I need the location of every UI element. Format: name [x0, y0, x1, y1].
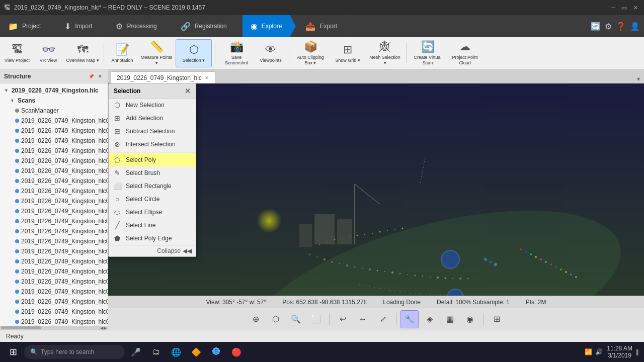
auto-clipping-btn[interactable]: 📦 Auto Clipping Box ▾: [292, 39, 329, 67]
tab-chevron[interactable]: ▾: [635, 74, 642, 83]
tree-scan-021[interactable]: 2019_0226_0749_Kingston_hlc021: [0, 317, 108, 326]
sel-select-rectangle[interactable]: ⬜ Select Rectangle: [109, 179, 196, 193]
bt-object-view[interactable]: ◉: [461, 310, 479, 328]
file-root[interactable]: ▼ 2019_0226_0749_Kingston.hlc: [0, 85, 108, 96]
network-icon[interactable]: 📶: [585, 348, 592, 355]
show-desktop[interactable]: ▌: [636, 349, 640, 355]
bt-pan[interactable]: ↔: [354, 310, 372, 328]
tree-scan-006[interactable]: 2019_0226_0749_Kingston_hlc006: [0, 166, 108, 176]
tree-scan-014[interactable]: 2019_0226_0749_Kingston_hlc014: [0, 246, 108, 256]
restore-btn[interactable]: ▭: [620, 3, 629, 12]
close-btn[interactable]: ✕: [631, 3, 640, 12]
settings-icon[interactable]: ⚙: [605, 22, 612, 31]
taskbar-app2[interactable]: 🅢: [207, 343, 225, 361]
viewport-3d[interactable]: X Y Z Selection ✕ ⬡ New: [108, 83, 644, 308]
save-screenshot-btn[interactable]: 📸 Save Screenshot: [218, 39, 255, 67]
minimize-btn[interactable]: ─: [609, 3, 618, 12]
workflow-registration[interactable]: 🔗 Registration: [173, 15, 235, 37]
tree-scan-005[interactable]: 2019_0226_0749_Kingston_hlc005: [0, 156, 108, 166]
bt-orbit[interactable]: ↩: [334, 310, 352, 328]
create-virtual-scan-label: Create Virtual Scan: [411, 55, 444, 66]
bt-select-mode[interactable]: ⬡: [267, 310, 285, 328]
bt-snap[interactable]: 🔧: [400, 310, 419, 328]
bt-move[interactable]: ⤢: [374, 310, 392, 328]
tree-scan-012[interactable]: 2019_0226_0749_Kingston_hlc012: [0, 226, 108, 236]
selection-btn[interactable]: ⬡ Selection ▾: [176, 39, 212, 67]
user-icon[interactable]: 👤: [630, 22, 640, 31]
tree-scan-010[interactable]: 2019_0226_0749_Kingston_hlc010: [0, 206, 108, 216]
sel-intersect-selection[interactable]: ⊗ Intersect Selection: [109, 138, 196, 151]
overview-map-btn[interactable]: 🗺 Overview Map ▾: [64, 39, 101, 67]
tree-scan-020[interactable]: 2019_0226_0749_Kingston_hlc020: [0, 307, 108, 317]
system-clock[interactable]: 11:28 AM 3/1/2019: [607, 345, 632, 359]
tab-close-btn[interactable]: ✕: [205, 75, 209, 80]
taskbar-mic[interactable]: 🎤: [131, 347, 141, 357]
workflow-explore[interactable]: ◉ Explore: [243, 15, 291, 37]
scan-manager[interactable]: ScanManager: [0, 106, 108, 116]
taskbar-app1[interactable]: 🔶: [187, 343, 205, 361]
bt-navigate[interactable]: ⊕: [247, 310, 265, 328]
tree-scan-004[interactable]: 2019_0226_0749_Kingston_hlc004: [0, 146, 108, 156]
start-button[interactable]: ⊞: [4, 343, 22, 361]
sel-select-poly[interactable]: ⬠ Select Poly: [109, 153, 196, 166]
sel-subtract-selection[interactable]: ⊟ Subtract Selection: [109, 125, 196, 138]
scans-group[interactable]: ▼ Scans: [0, 96, 108, 106]
taskbar-app3[interactable]: 🔴: [227, 343, 246, 361]
viewpoints-btn[interactable]: 👁 Viewpoints: [256, 39, 286, 67]
sel-add-selection[interactable]: ⊞ Add Selection: [109, 112, 196, 125]
bt-layout[interactable]: ⊞: [488, 310, 506, 328]
search-box[interactable]: 🔍 Type here to search: [24, 345, 125, 359]
tree-scan-013[interactable]: 2019_0226_0749_Kingston_hlc013: [0, 236, 108, 246]
tree-scan-011[interactable]: 2019_0226_0749_Kingston_hlc011: [0, 216, 108, 226]
tree-scan-015[interactable]: 2019_0226_0749_Kingston_hlc015: [0, 256, 108, 266]
annotation-btn[interactable]: 📝 Annotation: [107, 39, 137, 67]
scroll-right[interactable]: ▶: [104, 326, 107, 330]
sel-select-ellipse[interactable]: ⬭ Select Ellipse: [109, 206, 196, 219]
tree-scan-016[interactable]: 2019_0226_0749_Kingston_hlc016: [0, 266, 108, 277]
panel-close-btn[interactable]: ✕: [97, 73, 104, 80]
refresh-icon[interactable]: 🔄: [591, 22, 601, 31]
mesh-selection-icon: 🕸: [379, 40, 390, 53]
bt-zoom[interactable]: 🔍: [287, 310, 305, 328]
svg-point-11: [387, 230, 388, 231]
sel-collapse-btn[interactable]: Collapse ◀◀: [109, 245, 196, 256]
measure-points-btn[interactable]: 📏 Measure Points ▾: [138, 39, 175, 67]
workflow-project[interactable]: 📁 Project: [0, 15, 49, 37]
bt-cut[interactable]: ◈: [421, 310, 439, 328]
bt-select-box[interactable]: ⬜: [307, 310, 325, 328]
workflow-processing[interactable]: ⚙ Processing: [108, 15, 165, 37]
volume-icon[interactable]: 🔊: [595, 348, 603, 355]
sel-select-line[interactable]: ╱ Select Line: [109, 219, 196, 232]
sel-select-brush[interactable]: ✎ Select Brush: [109, 166, 196, 179]
taskbar-browser[interactable]: 🌐: [167, 343, 185, 361]
scroll-left[interactable]: ◀: [100, 326, 103, 330]
tree-scan-001[interactable]: 2019_0226_0749_Kingston_hlc001: [0, 116, 108, 126]
workflow-import[interactable]: ⬇ Import: [56, 15, 101, 37]
sel-select-circle[interactable]: ○ Select Circle: [109, 193, 196, 206]
taskbar-file-explorer[interactable]: 🗂: [147, 343, 165, 361]
h-scroll-thumb[interactable]: [1, 326, 41, 329]
create-virtual-scan-btn[interactable]: 🔄 Create Virtual Scan: [410, 39, 446, 67]
h-scrollbar[interactable]: ◀ ▶: [0, 326, 108, 330]
tree-scan-007[interactable]: 2019_0226_0749_Kingston_hlc007: [0, 176, 108, 186]
tree-scan-008[interactable]: 2019_0226_0749_Kingston_hlc008: [0, 186, 108, 196]
panel-pin-btn[interactable]: 📌: [88, 73, 95, 80]
view-project-btn[interactable]: 🏗 View Project: [2, 39, 32, 67]
workflow-export[interactable]: 📤 Export: [297, 15, 346, 37]
tree-scan-019[interactable]: 2019_0226_0749_Kingston_hlc019: [0, 297, 108, 307]
sel-new-selection[interactable]: ⬡ New Selection: [109, 99, 196, 112]
mesh-selection-btn[interactable]: 🕸 Mesh Selection ▾: [367, 39, 403, 67]
tree-scan-002[interactable]: 2019_0226_0749_Kingston_hlc002: [0, 126, 108, 136]
tree-scan-003[interactable]: 2019_0226_0749_Kingston_hlc003: [0, 136, 108, 146]
vr-view-btn[interactable]: 👓 VR View: [33, 39, 63, 67]
main-tab[interactable]: 2019_0226_0749_Kingston_hlc ✕: [110, 71, 215, 83]
help-icon[interactable]: ❓: [616, 22, 626, 31]
show-grid-btn[interactable]: ⊞ Show Grid ▾: [330, 39, 366, 67]
tree-scan-018[interactable]: 2019_0226_0749_Kingston_hlc018: [0, 287, 108, 297]
selection-panel-close[interactable]: ✕: [185, 87, 191, 95]
tree-scan-009[interactable]: 2019_0226_0749_Kingston_hlc009: [0, 196, 108, 206]
sel-select-poly-edge[interactable]: ⬟ Select Poly Edge: [109, 232, 196, 245]
tree-scan-017[interactable]: 2019_0226_0749_Kingston_hlc017: [0, 277, 108, 287]
bt-grid-view[interactable]: ▦: [441, 310, 459, 328]
project-point-cloud-btn[interactable]: ☁ Project Point Cloud: [447, 39, 483, 67]
